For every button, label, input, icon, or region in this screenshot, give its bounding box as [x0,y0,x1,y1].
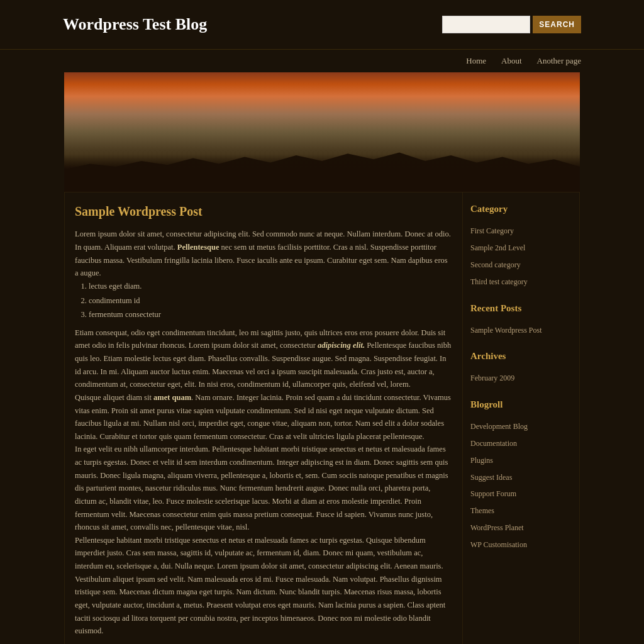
blogroll-link-7[interactable]: WordPress Planet [470,523,524,532]
list-item: Plugins [470,452,572,469]
list-item: First Category [470,223,572,240]
post-title: Sample Wordpress Post [75,201,452,221]
content-inner: Sample Wordpress Post Lorem ipsum dolor … [65,192,579,644]
search-input[interactable] [442,16,530,33]
list-item: Sample Wordpress Post [470,322,572,339]
post-bold2: adipiscing elit. [318,341,365,350]
hero-image [64,72,580,192]
post-bold1: Pellentesque [177,243,219,252]
list-item: Development Blog [470,418,572,435]
recent-post-link-1[interactable]: Sample Wordpress Post [470,326,541,335]
list-item: Documentation [470,435,572,452]
list-item: Suggest Ideas [470,469,572,486]
nav-home[interactable]: Home [466,55,486,68]
blogroll-link-5[interactable]: Support Forum [470,489,516,498]
list-item: Sample 2nd Level [470,240,572,257]
recent-posts-widget-title: Recent Posts [470,301,572,318]
main-nav: Home About Another page [0,49,644,73]
blogroll-link-1[interactable]: Development Blog [470,422,528,431]
post-body: Lorem ipsum dolor sit amet, consectetur … [75,228,452,637]
blogroll-link-4[interactable]: Suggest Ideas [470,473,512,482]
category-link-1[interactable]: First Category [470,226,514,235]
blogroll-link-6[interactable]: Themes [470,506,494,515]
list-item: condimentum id [89,294,452,308]
category-link-3[interactable]: Second category [470,260,521,269]
list-item: Third test category [470,274,572,291]
list-item: February 2009 [470,370,572,387]
post-list: lectus eget diam. condimentum id ferment… [89,280,452,321]
blogroll-link-3[interactable]: Plugins [470,456,493,465]
post-para3: Quisque aliquet diam sit [75,393,153,402]
list-item: WP Customisation [470,536,572,553]
main-content: Sample Wordpress Post Lorem ipsum dolor … [65,192,463,644]
post-para4: In eget velit eu nibh ullamcorper interd… [75,443,452,533]
archives-widget: Archives February 2009 [470,348,572,387]
search-button[interactable]: SEARCH [533,16,581,33]
post-bold3: amet quam [153,393,191,402]
hero-banner [64,72,580,192]
nav-another-page[interactable]: Another page [537,55,581,68]
category-widget-title: Category [470,201,572,219]
category-link-4[interactable]: Third test category [470,277,528,286]
recent-posts-widget: Recent Posts Sample Wordpress Post [470,301,572,339]
list-item: Themes [470,502,572,519]
post-para5: Pellentesque habitant morbi tristique se… [75,534,452,638]
archives-list: February 2009 [470,370,572,387]
blogroll-link-2[interactable]: Documentation [470,439,517,448]
category-list: First Category Sample 2nd Level Second c… [470,223,572,290]
blogroll-list: Development Blog Documentation Plugins S… [470,418,572,553]
sidebar: Category First Category Sample 2nd Level… [463,192,579,644]
recent-posts-list: Sample Wordpress Post [470,322,572,339]
archives-widget-title: Archives [470,348,572,366]
site-title[interactable]: Wordpress Test Blog [63,11,207,38]
blogroll-link-8[interactable]: WP Customisation [470,540,527,549]
archive-link-1[interactable]: February 2009 [470,374,514,382]
content-area: Sample Wordpress Post Lorem ipsum dolor … [64,192,580,644]
blogroll-widget: Blogroll Development Blog Documentation … [470,397,572,553]
list-item: fermentum consectetur [89,308,452,321]
blogroll-widget-title: Blogroll [470,397,572,414]
list-item: WordPress Planet [470,519,572,536]
list-item: lectus eget diam. [89,280,452,293]
nav-about[interactable]: About [501,55,522,68]
list-item: Support Forum [470,486,572,502]
header: Wordpress Test Blog SEARCH [0,0,644,49]
list-item: Second category [470,257,572,274]
search-form: SEARCH [442,16,581,33]
category-widget: Category First Category Sample 2nd Level… [470,201,572,290]
category-link-2[interactable]: Sample 2nd Level [470,243,525,252]
